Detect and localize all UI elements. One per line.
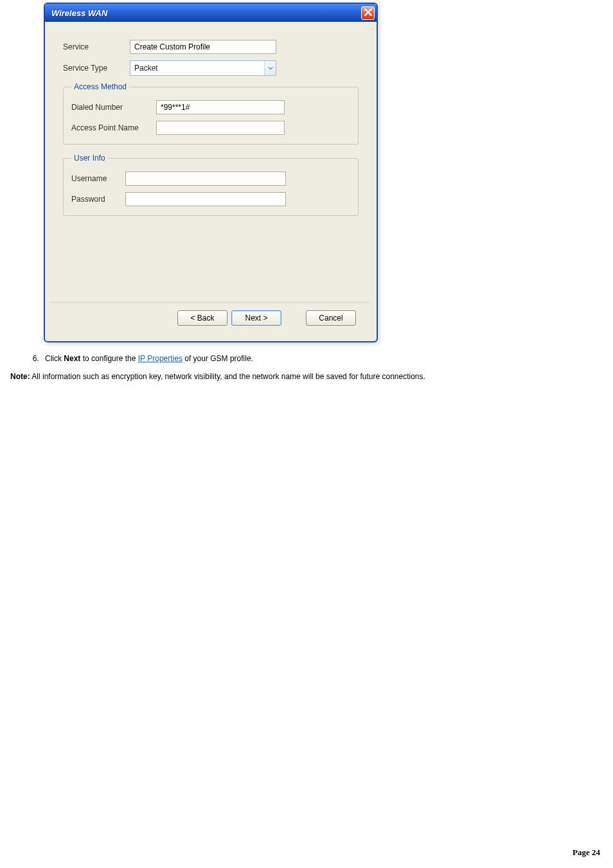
apn-input[interactable] <box>156 121 285 135</box>
page-footer: Page 24 <box>573 847 600 858</box>
service-input[interactable] <box>130 40 276 54</box>
cancel-button[interactable]: Cancel <box>306 310 356 326</box>
password-label: Password <box>71 195 125 204</box>
back-button[interactable]: < Back <box>177 310 227 326</box>
username-input[interactable] <box>125 172 286 186</box>
titlebar: Wireless WAN <box>45 4 377 22</box>
service-label: Service <box>63 42 130 51</box>
access-method-group: Access Method Dialed Number Access Point… <box>63 82 359 145</box>
service-type-label: Service Type <box>63 64 130 73</box>
next-button[interactable]: Next > <box>231 310 281 326</box>
username-label: Username <box>71 174 125 183</box>
apn-label: Access Point Name <box>71 123 156 132</box>
ip-properties-link[interactable]: IP Properties <box>138 354 182 363</box>
user-info-legend: User Info <box>71 154 108 163</box>
step-list: Click Next to configure the IP Propertie… <box>31 354 608 363</box>
wireless-wan-dialog: Wireless WAN Service Service Type Packet <box>44 3 378 342</box>
window-title: Wireless WAN <box>51 8 107 18</box>
note-bold: Note: <box>10 372 30 381</box>
chevron-down-icon <box>264 61 276 75</box>
dialed-number-label: Dialed Number <box>71 103 156 112</box>
dialog-body: Service Service Type Packet Access Metho… <box>45 22 377 341</box>
text: to configure the <box>80 354 138 363</box>
divider <box>50 302 371 303</box>
next-label-bold: Next <box>64 354 80 363</box>
service-type-dropdown[interactable]: Packet <box>130 60 276 76</box>
close-button[interactable] <box>361 6 375 20</box>
service-type-value: Packet <box>130 64 264 73</box>
document-text: Click Next to configure the IP Propertie… <box>5 354 608 381</box>
note-text: All information such as encryption key, … <box>30 372 425 381</box>
user-info-group: User Info Username Password <box>63 154 359 216</box>
text: Click <box>45 354 64 363</box>
close-icon <box>364 8 372 18</box>
list-item: Click Next to configure the IP Propertie… <box>41 354 608 363</box>
text: of your GSM profile. <box>182 354 253 363</box>
dialed-number-input[interactable] <box>156 100 285 114</box>
password-input[interactable] <box>125 192 286 206</box>
access-method-legend: Access Method <box>71 82 129 91</box>
note-paragraph: Note: All information such as encryption… <box>10 372 608 381</box>
